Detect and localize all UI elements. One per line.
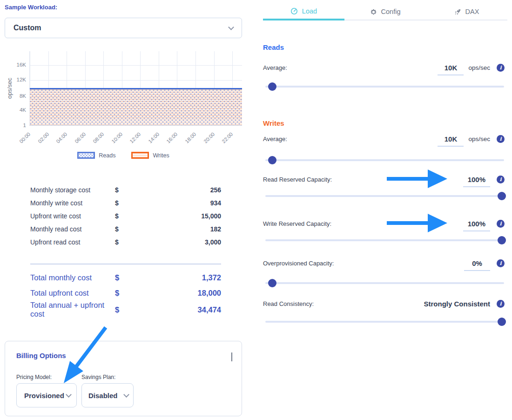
y-tick: 1 (7, 122, 26, 128)
reads-average-row: Average: 10K ops/sec (263, 62, 507, 73)
table-row: Upfront read cost $ 3,000 (30, 236, 221, 249)
info-icon[interactable] (497, 220, 505, 228)
chevron-down-icon (66, 392, 72, 398)
legend-item-reads: Reads (77, 152, 115, 159)
writes-section-heading: Writes (263, 119, 284, 127)
table-row: Total monthly cost $ 1,372 (30, 270, 221, 285)
gear-icon (370, 8, 377, 15)
table-row: Upfront write cost $ 15,000 (30, 210, 221, 223)
slider-handle[interactable] (268, 82, 276, 91)
slider-track (265, 195, 504, 197)
tab-config[interactable]: Config (344, 4, 426, 20)
slider-handle[interactable] (498, 318, 506, 326)
reads-average-slider[interactable] (265, 82, 504, 91)
read-consistency-slider[interactable] (265, 318, 504, 326)
chart-legend: Reads Writes (5, 152, 242, 159)
info-icon[interactable] (497, 176, 505, 183)
y-tick: 12K (7, 77, 26, 82)
totals-divider (30, 264, 221, 264)
cost-totals-table: Total monthly cost $ 1,372 Total upfront… (30, 270, 221, 316)
reads-section-heading: Reads (263, 43, 284, 51)
legend-label: Writes (153, 152, 169, 159)
writes-average-slider[interactable] (265, 156, 504, 164)
slider-handle[interactable] (498, 236, 506, 244)
table-row: Monthly write cost $ 934 (30, 196, 221, 210)
savings-plan-select[interactable]: Disabled (81, 383, 134, 407)
slider-track (265, 282, 504, 284)
info-icon[interactable] (497, 135, 505, 143)
chart-plot-area (29, 51, 242, 126)
read-reserved-slider[interactable] (265, 192, 504, 200)
savings-plan-label: Savings Plan: (81, 374, 115, 380)
reads-writes-area-series (30, 88, 242, 125)
write-reserved-slider[interactable] (265, 236, 504, 244)
slider-track (265, 159, 504, 161)
write-reserved-row: Write Reserved Capacity: 100% (263, 218, 507, 229)
table-row: Monthly storage cost $ 256 (30, 183, 221, 196)
pricing-model-label: Pricing Model: (16, 374, 52, 380)
legend-item-writes: Writes (131, 152, 169, 159)
chevron-down-icon (123, 392, 129, 398)
billing-options-title: Billing Options (16, 352, 66, 359)
rocket-icon (454, 8, 461, 15)
slider-handle[interactable] (268, 279, 276, 287)
read-consistency-value: Strongly Consistent (424, 300, 490, 308)
load-settings-panel: Load Config DAX Reads Average: 10K (263, 4, 507, 413)
read-reserved-input[interactable]: 100% (463, 176, 490, 187)
tab-load[interactable]: Load (263, 4, 344, 20)
y-tick: 4K (7, 107, 26, 113)
sample-workload-label: Sample Workload: (5, 4, 57, 11)
slider-track (265, 321, 504, 323)
pricing-model-select[interactable]: Provisioned (16, 383, 77, 407)
overprovisioned-input[interactable]: 0% (464, 259, 490, 271)
read-consistency-row: Read Consistency: Strongly Consistent (263, 298, 507, 309)
table-row: Monthly read cost $ 182 (30, 223, 221, 236)
tab-dax[interactable]: DAX (426, 4, 507, 20)
chevron-down-icon (228, 24, 234, 30)
workload-and-costs-panel: Sample Workload: Custom ops/sec 16K 12K … (5, 4, 242, 420)
cost-breakdown-table: Monthly storage cost $ 256 Monthly write… (30, 183, 221, 249)
writes-average-row: Average: 10K ops/sec (263, 133, 507, 144)
legend-label: Reads (99, 152, 115, 159)
write-reserved-input[interactable]: 100% (463, 220, 490, 231)
table-row: Total upfront cost $ 18,000 (30, 285, 221, 301)
pricing-calculator-page: Sample Workload: Custom ops/sec 16K 12K … (0, 0, 512, 420)
slider-handle[interactable] (498, 192, 506, 200)
chevron-up-icon (231, 352, 232, 361)
overprovisioned-row: Overprovisioned Capacity: 0% (263, 257, 507, 269)
slider-track (265, 86, 504, 88)
writes-swatch-icon (131, 152, 149, 159)
workload-select-value: Custom (13, 24, 41, 32)
collapse-panel-button[interactable] (231, 352, 232, 361)
sample-workload-select[interactable]: Custom (5, 18, 242, 38)
info-icon[interactable] (497, 300, 505, 308)
writes-average-input[interactable]: 10K (438, 135, 464, 147)
y-tick: 8K (7, 93, 26, 99)
reads-swatch-icon (77, 152, 95, 159)
billing-options-panel: Billing Options Pricing Model: Savings P… (5, 341, 242, 416)
y-tick: 16K (7, 62, 26, 68)
read-reserved-row: Read Reserved Capacity: 100% (263, 174, 507, 185)
workload-chart: ops/sec 16K 12K 8K 4K 1 00:00 02:00 04:0… (5, 51, 242, 165)
slider-handle[interactable] (268, 156, 276, 164)
slider-track (265, 239, 504, 241)
info-icon[interactable] (497, 64, 505, 72)
table-row: Total annual + upfront cost $ 34,474 (30, 301, 221, 316)
overprovisioned-slider[interactable] (265, 279, 504, 287)
info-icon[interactable] (497, 259, 505, 267)
reads-average-input[interactable]: 10K (438, 64, 464, 75)
gauge-icon (290, 7, 298, 15)
settings-tabs: Load Config DAX (263, 4, 507, 20)
